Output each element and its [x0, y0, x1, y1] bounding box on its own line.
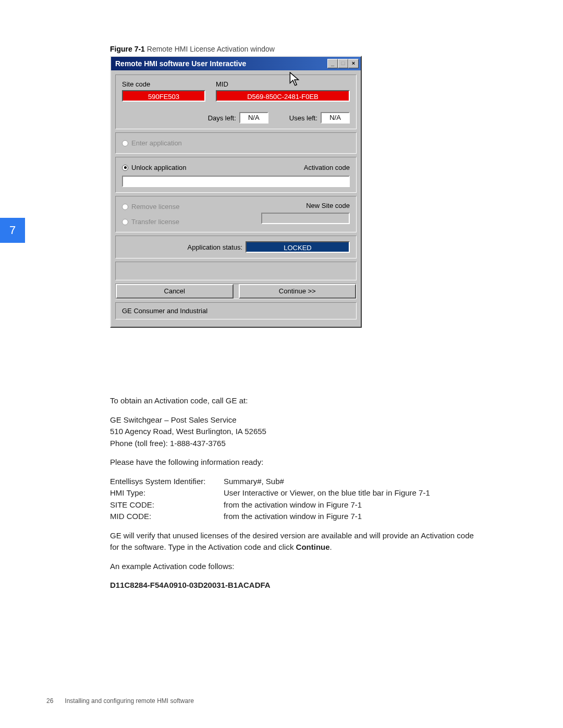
close-icon[interactable]: ×: [348, 59, 359, 68]
table-row: SITE CODE: from the activation window in…: [110, 499, 475, 511]
figure-caption: Figure 7-1 Remote HMI License Activation…: [110, 45, 275, 53]
blank-panel: [115, 262, 357, 280]
p4: An example Activation code follows:: [110, 561, 475, 573]
enter-app-label: Enter application: [131, 139, 182, 147]
doc-title: Installing and configuring remote HMI so…: [65, 697, 193, 705]
p2: Please have the following information re…: [110, 456, 475, 468]
address-block: GE Switchgear – Post Sales Service 510 A…: [110, 414, 475, 450]
window-title: Remote HMI software User Interactive: [113, 59, 327, 68]
instruction-text: To obtain an Activation code, call GE at…: [110, 395, 475, 599]
radio-unlock-app[interactable]: [122, 165, 128, 171]
maximize-icon: □: [338, 59, 348, 68]
days-left-label: Days left:: [208, 114, 236, 122]
codes-panel: Site code 590FE503 MID D569-850C-2481-F0…: [115, 75, 357, 129]
radio-remove-license: [122, 204, 128, 210]
app-status-value: LOCKED: [246, 241, 350, 253]
radio-enter-app: [122, 140, 128, 146]
mid-label: MID: [216, 80, 350, 88]
figure-label: Figure 7-1: [110, 45, 145, 53]
table-row: HMI Type: User Interactive or Viewer, on…: [110, 487, 475, 499]
new-site-code-label: New Site code: [306, 202, 350, 209]
uses-left-value: N/A: [321, 112, 350, 124]
continue-button[interactable]: Continue >>: [239, 284, 357, 299]
figure-text: Remote HMI License Activation window: [147, 45, 275, 53]
activation-window: Remote HMI software User Interactive _ □…: [110, 56, 362, 328]
example-activation-code: D11C8284-F54A0910-03D20031-B1ACADFA: [110, 579, 475, 591]
table-row: Entellisys System Identifier: Summary#, …: [110, 476, 475, 488]
days-left-value: N/A: [239, 112, 268, 124]
enter-app-panel: Enter application: [115, 132, 357, 154]
cancel-button[interactable]: Cancel: [116, 284, 234, 299]
status-panel: Application status: LOCKED: [115, 236, 357, 258]
page-number: 26: [46, 697, 53, 705]
unlock-app-panel: Unlock application Activation code: [115, 157, 357, 193]
remove-license-label: Remove license: [131, 203, 180, 211]
new-site-code-input: [261, 213, 350, 224]
cursor-icon: [289, 72, 301, 88]
license-panel: Remove license Transfer license New Site…: [115, 196, 357, 232]
activation-code-input[interactable]: [122, 176, 350, 187]
site-code-label: Site code: [122, 80, 205, 88]
page-footer: 26 Installing and configuring remote HMI…: [46, 697, 194, 705]
uses-left-label: Uses left:: [289, 114, 317, 122]
window-titlebar[interactable]: Remote HMI software User Interactive _ □…: [111, 57, 361, 70]
p1: To obtain an Activation code, call GE at…: [110, 395, 475, 407]
site-code-value: 590FE503: [122, 90, 205, 102]
activation-code-label: Activation code: [304, 164, 350, 171]
p3: GE will verify that unused licenses of t…: [110, 530, 475, 553]
radio-transfer-license: [122, 219, 128, 225]
mid-value: D569-850C-2481-F0EB: [216, 90, 350, 102]
chapter-tab: 7: [0, 218, 25, 243]
info-table: Entellisys System Identifier: Summary#, …: [110, 476, 475, 523]
table-row: MID CODE: from the activation window in …: [110, 511, 475, 523]
transfer-license-label: Transfer license: [131, 218, 179, 226]
app-status-label: Application status:: [187, 243, 242, 251]
unlock-app-label: Unlock application: [131, 164, 187, 171]
button-panel: Cancel Continue >>: [115, 283, 357, 299]
vendor-footer: GE Consumer and Industrial: [115, 302, 357, 319]
minimize-icon[interactable]: _: [327, 59, 338, 68]
